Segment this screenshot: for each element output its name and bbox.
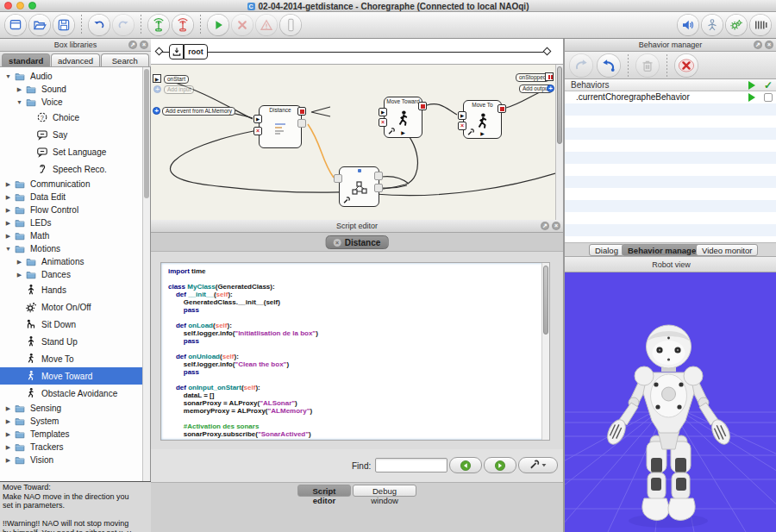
sidebar-item-move-toward[interactable]: Move Toward bbox=[0, 367, 143, 385]
move-to-onstop-port[interactable]: × bbox=[458, 122, 466, 130]
tab-script-editor[interactable]: Script editor bbox=[297, 485, 351, 497]
distance-box[interactable]: Distance bbox=[259, 105, 302, 148]
collapse-arrow-icon[interactable]: ▼ bbox=[15, 99, 24, 105]
expand-arrow-icon[interactable]: ▶ bbox=[3, 181, 13, 188]
sidebar-item-choice[interactable]: ?Choice bbox=[0, 109, 143, 126]
stop-all-button[interactable] bbox=[675, 54, 698, 77]
onstart-trigger-button[interactable]: ▶ bbox=[153, 74, 161, 83]
sidebar-item-sit-down[interactable]: Sit Down bbox=[0, 316, 143, 333]
close-panel-button[interactable]: × bbox=[765, 41, 773, 49]
add-input-icon[interactable]: + bbox=[153, 85, 161, 93]
sidebar-item-obstacle-avoidance[interactable]: Obstacle Avoidance bbox=[0, 385, 143, 402]
expand-arrow-icon[interactable]: ▶ bbox=[3, 207, 13, 214]
subdiagram-output-port-1[interactable] bbox=[374, 172, 383, 180]
close-tab-icon[interactable]: × bbox=[334, 239, 341, 247]
sidebar-item-data-edit[interactable]: ▶Data Edit bbox=[0, 191, 143, 203]
code-scrollbar[interactable] bbox=[541, 263, 549, 440]
code-editor[interactable]: import time class MyClass(GeneratedClass… bbox=[160, 262, 550, 441]
parameters-wrench-icon[interactable] bbox=[342, 196, 351, 204]
subdiagram-input-port[interactable] bbox=[334, 174, 342, 183]
sidebar-item-animations[interactable]: ▶Animations bbox=[0, 255, 143, 268]
tab-dialog[interactable]: Dialog bbox=[589, 244, 624, 256]
sidebar-item-set-language[interactable]: Set Language bbox=[0, 143, 143, 160]
sidebar-item-voice[interactable]: ▼Voice bbox=[0, 96, 143, 109]
sidebar-item-move-to[interactable]: Move To bbox=[0, 350, 143, 367]
expand-arrow-icon[interactable]: ▶ bbox=[15, 259, 24, 266]
tab-video-monitor[interactable]: Video monitor bbox=[696, 244, 758, 256]
parameters-wrench-icon[interactable] bbox=[387, 127, 396, 135]
move-to-output-port[interactable] bbox=[498, 104, 506, 113]
expand-arrow-icon[interactable]: ▶ bbox=[3, 194, 13, 201]
play-all-icon[interactable] bbox=[748, 81, 755, 90]
add-output-icon[interactable]: + bbox=[547, 84, 554, 92]
undo-button[interactable] bbox=[89, 15, 110, 35]
move-toward-output-port[interactable] bbox=[418, 102, 427, 110]
sidebar-item-audio[interactable]: ▼Audio bbox=[0, 70, 143, 83]
sidebar-item-sensing[interactable]: ▶Sensing bbox=[0, 402, 143, 415]
move-toward-box[interactable]: Move Toward ▶ bbox=[384, 97, 422, 138]
drag-handle-button[interactable] bbox=[280, 15, 301, 35]
add-event-label[interactable]: Add event from ALMemory bbox=[162, 107, 235, 116]
play-behavior-button[interactable] bbox=[598, 54, 620, 77]
sidebar-item-system[interactable]: ▶System bbox=[0, 415, 143, 428]
sidebar-item-communication[interactable]: ▶Communication bbox=[0, 178, 143, 191]
connect-button[interactable] bbox=[148, 15, 169, 35]
parameters-wrench-icon[interactable] bbox=[466, 128, 475, 136]
flow-diagram-canvas[interactable]: ▶ onStart + Add input + Add event from A… bbox=[151, 65, 555, 245]
close-panel-button[interactable]: × bbox=[552, 222, 560, 230]
sidebar-item-say[interactable]: Say bbox=[0, 126, 143, 143]
expand-arrow-icon[interactable]: ▶ bbox=[3, 233, 13, 240]
find-next-button[interactable] bbox=[484, 457, 516, 473]
stiffness-button[interactable] bbox=[750, 15, 771, 35]
sidebar-item-trackers[interactable]: ▶Trackers bbox=[0, 441, 143, 454]
float-panel-button[interactable]: ↗ bbox=[128, 41, 137, 49]
expand-arrow-icon[interactable]: ▶ bbox=[3, 431, 13, 438]
sidebar-item-sound[interactable]: ▶Sound bbox=[0, 83, 143, 96]
save-button[interactable] bbox=[53, 15, 74, 35]
sidebar-item-flow-control[interactable]: ▶Flow Control bbox=[0, 203, 143, 216]
distance-onstop-port[interactable]: × bbox=[253, 127, 262, 135]
sidebar-item-hands[interactable]: Hands bbox=[0, 281, 143, 298]
expand-arrow-icon[interactable]: ▶ bbox=[3, 444, 13, 451]
behavior-row[interactable]: .currentChoregrapheBehavior bbox=[565, 91, 776, 103]
root-breadcrumb[interactable]: root bbox=[184, 44, 208, 59]
disconnect-button[interactable] bbox=[172, 15, 193, 35]
expand-arrow-icon[interactable]: ▶ bbox=[15, 86, 24, 93]
tab-debug-window[interactable]: Debug window bbox=[353, 485, 416, 497]
sidebar-item-leds[interactable]: ▶LEDs bbox=[0, 216, 143, 229]
sidebar-item-math[interactable]: ▶Math bbox=[0, 229, 143, 242]
open-button[interactable] bbox=[29, 15, 50, 35]
tab-behavior-manager[interactable]: Behavior manager bbox=[622, 244, 705, 256]
find-previous-button[interactable] bbox=[449, 457, 482, 473]
move-to-onstart-port[interactable]: ▶ bbox=[458, 111, 466, 120]
tab-standard[interactable]: standard bbox=[2, 53, 50, 66]
onstart-label[interactable]: onStart bbox=[164, 75, 189, 84]
collapse-arrow-icon[interactable]: ▼ bbox=[3, 246, 13, 252]
move-to-box[interactable]: Move To ▶ bbox=[463, 100, 502, 139]
resources-button[interactable] bbox=[726, 15, 747, 35]
move-toward-onstop-port[interactable]: × bbox=[379, 118, 387, 127]
tree-scrollbar[interactable] bbox=[142, 67, 150, 481]
distance-output-port[interactable] bbox=[297, 107, 306, 116]
sidebar-item-dances[interactable]: ▶Dances bbox=[0, 268, 143, 281]
add-input-label[interactable]: Add input bbox=[164, 85, 194, 94]
sidebar-item-stand-up[interactable]: Stand Up bbox=[0, 333, 143, 350]
collapse-arrow-icon[interactable]: ▼ bbox=[3, 73, 13, 79]
robot-3d-view[interactable] bbox=[565, 272, 776, 532]
close-panel-button[interactable]: × bbox=[140, 41, 148, 49]
move-toward-onstart-port[interactable]: ▶ bbox=[379, 108, 387, 116]
script-tab-distance[interactable]: × Distance bbox=[326, 235, 389, 249]
robot-pose-button[interactable] bbox=[702, 15, 723, 35]
expand-arrow-icon[interactable]: ▶ bbox=[3, 405, 13, 412]
subdiagram-box[interactable] bbox=[339, 166, 379, 207]
tab-search[interactable]: Search bbox=[101, 53, 149, 66]
play-button[interactable] bbox=[208, 15, 228, 35]
distance-value-port[interactable] bbox=[297, 119, 306, 128]
expand-arrow-icon[interactable]: ▶ bbox=[15, 272, 24, 279]
float-panel-button[interactable]: ↗ bbox=[754, 41, 762, 49]
sidebar-item-vision[interactable]: ▶Vision bbox=[0, 454, 143, 466]
canvas-vertical-scrollbar[interactable] bbox=[555, 65, 563, 245]
add-event-icon[interactable]: + bbox=[153, 107, 160, 115]
expand-arrow-icon[interactable]: ▶ bbox=[3, 457, 13, 464]
play-behavior-icon[interactable] bbox=[748, 93, 755, 102]
